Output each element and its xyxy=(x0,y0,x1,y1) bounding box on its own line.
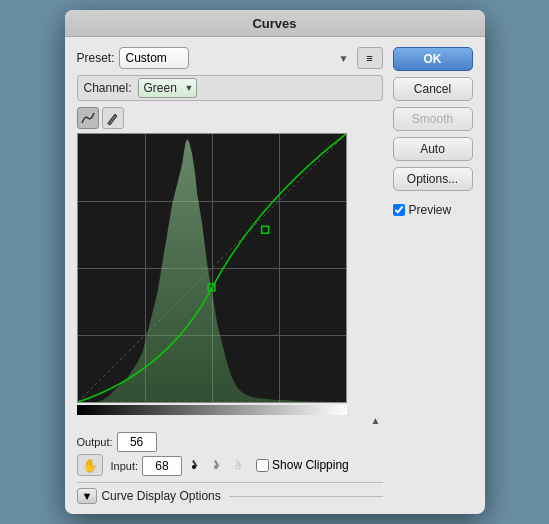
ok-button[interactable]: OK xyxy=(393,47,473,71)
io-row: Output: xyxy=(77,428,383,452)
options-button[interactable]: Options... xyxy=(393,167,473,191)
preview-label: Preview xyxy=(409,203,452,217)
output-label: Output: xyxy=(77,436,113,448)
input-input[interactable] xyxy=(142,456,182,476)
hand-icon: ✋ xyxy=(82,458,98,473)
channel-select[interactable]: Green RGB Red Blue xyxy=(138,78,197,98)
curve-tool-icon xyxy=(81,111,95,125)
channel-select-wrap: Green RGB Red Blue ▼ xyxy=(138,78,197,98)
smooth-button[interactable]: Smooth xyxy=(393,107,473,131)
curve-display-expand-button[interactable]: ▼ xyxy=(77,488,98,504)
preset-row: Preset: Custom Default ▼ ≡ xyxy=(77,47,383,69)
preset-select-wrap: Custom Default ▼ xyxy=(119,47,353,69)
pencil-tool-button[interactable] xyxy=(102,107,124,129)
tool-row xyxy=(77,107,383,129)
curve-display-label: Curve Display Options xyxy=(101,489,220,503)
right-panel: OK Cancel Smooth Auto Options... Preview xyxy=(393,47,473,504)
curve-area[interactable] xyxy=(77,133,347,403)
preview-checkbox[interactable] xyxy=(393,204,405,216)
cancel-button[interactable]: Cancel xyxy=(393,77,473,101)
gradient-bar xyxy=(77,405,347,415)
svg-line-1 xyxy=(78,134,346,402)
preset-options-button[interactable]: ≡ xyxy=(357,47,383,69)
eyedropper-white-button[interactable] xyxy=(234,457,248,474)
triangle-icon: ▲ xyxy=(371,415,381,426)
output-input[interactable] xyxy=(117,432,157,452)
channel-label: Channel: xyxy=(84,81,134,95)
preview-row: Preview xyxy=(393,203,473,217)
eyedropper-white-icon xyxy=(234,457,248,471)
channel-row: Channel: Green RGB Red Blue ▼ xyxy=(77,75,383,101)
svg-rect-3 xyxy=(261,226,268,233)
eyedropper-black-button[interactable] xyxy=(190,457,204,474)
curve-svg xyxy=(78,134,346,402)
dialog-title: Curves xyxy=(65,10,485,37)
curve-tool-button[interactable] xyxy=(77,107,99,129)
preset-select[interactable]: Custom Default xyxy=(119,47,189,69)
show-clipping-checkbox[interactable] xyxy=(256,459,269,472)
eyedropper-gray-button[interactable] xyxy=(212,457,226,474)
preset-dropdown-icon: ▼ xyxy=(339,53,349,64)
left-panel: Preset: Custom Default ▼ ≡ Channel: Gree… xyxy=(77,47,383,504)
curve-display-row: ▼ Curve Display Options xyxy=(77,482,383,504)
input-label: Input: xyxy=(111,460,139,472)
input-row: Input: xyxy=(111,456,183,476)
auto-button[interactable]: Auto xyxy=(393,137,473,161)
show-clipping-label: Show Clipping xyxy=(256,458,349,472)
triangle-indicator-row: ▲ xyxy=(77,415,383,426)
pencil-tool-icon xyxy=(106,112,119,125)
bottom-row: ✋ Input: xyxy=(77,454,383,476)
curves-dialog: Curves Preset: Custom Default ▼ ≡ Channe… xyxy=(65,10,485,514)
eyedropper-black-icon xyxy=(190,457,204,471)
preset-label: Preset: xyxy=(77,51,115,65)
output-row: Output: xyxy=(77,432,157,452)
curve-display-line xyxy=(229,496,383,497)
eyedropper-gray-icon xyxy=(212,457,226,471)
hand-tool-button[interactable]: ✋ xyxy=(77,454,103,476)
